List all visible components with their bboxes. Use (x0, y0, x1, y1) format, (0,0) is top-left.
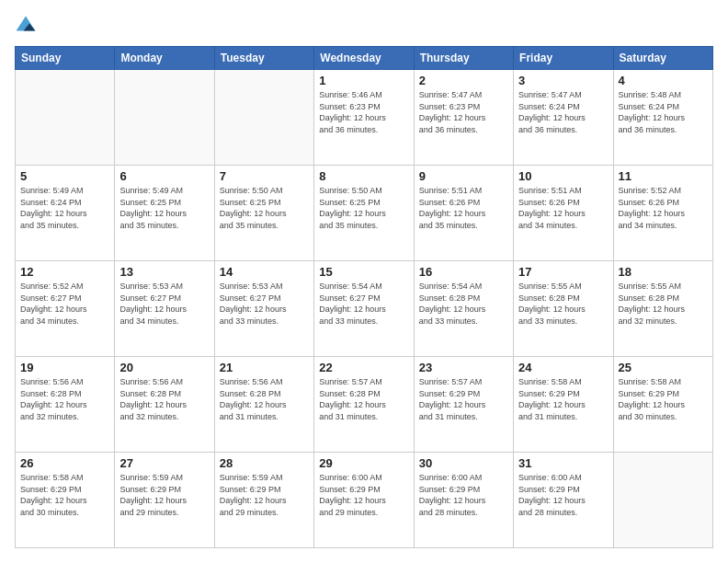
day-info: Sunrise: 5:52 AM Sunset: 6:26 PM Dayligh… (619, 185, 708, 231)
day-number: 4 (619, 74, 708, 87)
calendar-cell: 27Sunrise: 5:59 AM Sunset: 6:29 PM Dayli… (115, 453, 214, 548)
calendar-cell: 8Sunrise: 5:50 AM Sunset: 6:25 PM Daylig… (314, 166, 414, 261)
day-info: Sunrise: 5:54 AM Sunset: 6:27 PM Dayligh… (319, 281, 408, 327)
calendar-table: SundayMondayTuesdayWednesdayThursdayFrid… (15, 46, 713, 548)
calendar-header-thursday: Thursday (414, 47, 513, 70)
calendar-cell: 3Sunrise: 5:47 AM Sunset: 6:24 PM Daylig… (514, 70, 613, 166)
day-number: 24 (518, 361, 608, 374)
day-number: 27 (119, 456, 209, 470)
day-number: 23 (419, 361, 508, 374)
day-number: 9 (419, 169, 508, 183)
day-number: 22 (319, 361, 408, 374)
day-info: Sunrise: 5:47 AM Sunset: 6:23 PM Dayligh… (419, 89, 508, 135)
day-info: Sunrise: 6:00 AM Sunset: 6:29 PM Dayligh… (319, 472, 408, 518)
day-info: Sunrise: 5:50 AM Sunset: 6:25 PM Dayligh… (220, 185, 309, 231)
day-info: Sunrise: 5:55 AM Sunset: 6:28 PM Dayligh… (619, 281, 708, 327)
day-number: 10 (518, 169, 608, 183)
day-number: 21 (220, 361, 309, 374)
logo (15, 15, 40, 37)
day-info: Sunrise: 5:58 AM Sunset: 6:29 PM Dayligh… (518, 376, 608, 422)
day-number: 12 (20, 265, 109, 279)
calendar-cell: 18Sunrise: 5:55 AM Sunset: 6:28 PM Dayli… (613, 261, 712, 357)
calendar-week-2: 12Sunrise: 5:52 AM Sunset: 6:27 PM Dayli… (16, 261, 713, 357)
day-info: Sunrise: 6:00 AM Sunset: 6:29 PM Dayligh… (419, 472, 508, 518)
page: SundayMondayTuesdayWednesdayThursdayFrid… (0, 0, 728, 563)
calendar-cell: 30Sunrise: 6:00 AM Sunset: 6:29 PM Dayli… (414, 453, 513, 548)
day-number: 26 (20, 456, 109, 470)
calendar-header-tuesday: Tuesday (214, 47, 313, 70)
day-number: 31 (518, 456, 608, 470)
calendar-header-wednesday: Wednesday (314, 47, 414, 70)
day-number: 17 (518, 265, 608, 279)
calendar-cell (214, 70, 313, 166)
calendar-header-monday: Monday (115, 47, 214, 70)
day-number: 3 (518, 74, 608, 87)
day-info: Sunrise: 5:48 AM Sunset: 6:24 PM Dayligh… (619, 89, 708, 135)
day-info: Sunrise: 5:50 AM Sunset: 6:25 PM Dayligh… (319, 185, 408, 231)
calendar-cell: 1Sunrise: 5:46 AM Sunset: 6:23 PM Daylig… (314, 70, 414, 166)
calendar-cell: 29Sunrise: 6:00 AM Sunset: 6:29 PM Dayli… (314, 453, 414, 548)
calendar-header-row: SundayMondayTuesdayWednesdayThursdayFrid… (16, 47, 713, 70)
calendar-cell: 24Sunrise: 5:58 AM Sunset: 6:29 PM Dayli… (514, 357, 613, 453)
day-number: 30 (419, 456, 508, 470)
day-number: 20 (119, 361, 209, 374)
calendar-cell: 21Sunrise: 5:56 AM Sunset: 6:28 PM Dayli… (214, 357, 313, 453)
calendar-week-4: 26Sunrise: 5:58 AM Sunset: 6:29 PM Dayli… (16, 453, 713, 548)
day-number: 14 (220, 265, 309, 279)
calendar-cell: 2Sunrise: 5:47 AM Sunset: 6:23 PM Daylig… (414, 70, 513, 166)
calendar-cell: 10Sunrise: 5:51 AM Sunset: 6:26 PM Dayli… (514, 166, 613, 261)
calendar-cell: 11Sunrise: 5:52 AM Sunset: 6:26 PM Dayli… (613, 166, 712, 261)
calendar-cell: 22Sunrise: 5:57 AM Sunset: 6:28 PM Dayli… (314, 357, 414, 453)
header (15, 15, 713, 37)
calendar-cell: 14Sunrise: 5:53 AM Sunset: 6:27 PM Dayli… (214, 261, 313, 357)
calendar-week-1: 5Sunrise: 5:49 AM Sunset: 6:24 PM Daylig… (16, 166, 713, 261)
day-info: Sunrise: 5:56 AM Sunset: 6:28 PM Dayligh… (220, 376, 309, 422)
day-info: Sunrise: 5:57 AM Sunset: 6:29 PM Dayligh… (419, 376, 508, 422)
day-number: 13 (119, 265, 209, 279)
calendar-cell: 31Sunrise: 6:00 AM Sunset: 6:29 PM Dayli… (514, 453, 613, 548)
calendar-cell: 12Sunrise: 5:52 AM Sunset: 6:27 PM Dayli… (16, 261, 115, 357)
calendar-cell (115, 70, 214, 166)
day-info: Sunrise: 5:53 AM Sunset: 6:27 PM Dayligh… (119, 281, 209, 327)
day-info: Sunrise: 5:47 AM Sunset: 6:24 PM Dayligh… (518, 89, 608, 135)
day-info: Sunrise: 5:56 AM Sunset: 6:28 PM Dayligh… (20, 376, 109, 422)
calendar-cell: 16Sunrise: 5:54 AM Sunset: 6:28 PM Dayli… (414, 261, 513, 357)
day-info: Sunrise: 5:53 AM Sunset: 6:27 PM Dayligh… (220, 281, 309, 327)
calendar-cell: 7Sunrise: 5:50 AM Sunset: 6:25 PM Daylig… (214, 166, 313, 261)
calendar-cell: 28Sunrise: 5:59 AM Sunset: 6:29 PM Dayli… (214, 453, 313, 548)
day-number: 6 (119, 169, 209, 183)
day-info: Sunrise: 5:49 AM Sunset: 6:25 PM Dayligh… (119, 185, 209, 231)
day-number: 28 (220, 456, 309, 470)
calendar-cell: 4Sunrise: 5:48 AM Sunset: 6:24 PM Daylig… (613, 70, 712, 166)
calendar-cell: 6Sunrise: 5:49 AM Sunset: 6:25 PM Daylig… (115, 166, 214, 261)
calendar-week-0: 1Sunrise: 5:46 AM Sunset: 6:23 PM Daylig… (16, 70, 713, 166)
day-number: 25 (619, 361, 708, 374)
day-info: Sunrise: 5:55 AM Sunset: 6:28 PM Dayligh… (518, 281, 608, 327)
calendar-cell: 15Sunrise: 5:54 AM Sunset: 6:27 PM Dayli… (314, 261, 414, 357)
calendar-cell: 26Sunrise: 5:58 AM Sunset: 6:29 PM Dayli… (16, 453, 115, 548)
calendar-header-friday: Friday (514, 47, 613, 70)
day-info: Sunrise: 5:54 AM Sunset: 6:28 PM Dayligh… (419, 281, 508, 327)
day-number: 8 (319, 169, 408, 183)
day-info: Sunrise: 5:59 AM Sunset: 6:29 PM Dayligh… (119, 472, 209, 518)
calendar-cell: 13Sunrise: 5:53 AM Sunset: 6:27 PM Dayli… (115, 261, 214, 357)
calendar-header-sunday: Sunday (16, 47, 115, 70)
day-number: 15 (319, 265, 408, 279)
day-info: Sunrise: 5:49 AM Sunset: 6:24 PM Dayligh… (20, 185, 109, 231)
day-number: 5 (20, 169, 109, 183)
calendar-cell: 5Sunrise: 5:49 AM Sunset: 6:24 PM Daylig… (16, 166, 115, 261)
day-info: Sunrise: 6:00 AM Sunset: 6:29 PM Dayligh… (518, 472, 608, 518)
day-number: 19 (20, 361, 109, 374)
calendar-cell: 9Sunrise: 5:51 AM Sunset: 6:26 PM Daylig… (414, 166, 513, 261)
day-info: Sunrise: 5:56 AM Sunset: 6:28 PM Dayligh… (119, 376, 209, 422)
day-info: Sunrise: 5:58 AM Sunset: 6:29 PM Dayligh… (619, 376, 708, 422)
calendar-cell (16, 70, 115, 166)
calendar-cell: 23Sunrise: 5:57 AM Sunset: 6:29 PM Dayli… (414, 357, 513, 453)
day-number: 11 (619, 169, 708, 183)
day-info: Sunrise: 5:59 AM Sunset: 6:29 PM Dayligh… (220, 472, 309, 518)
calendar-week-3: 19Sunrise: 5:56 AM Sunset: 6:28 PM Dayli… (16, 357, 713, 453)
calendar-cell: 19Sunrise: 5:56 AM Sunset: 6:28 PM Dayli… (16, 357, 115, 453)
day-info: Sunrise: 5:51 AM Sunset: 6:26 PM Dayligh… (419, 185, 508, 231)
day-number: 16 (419, 265, 508, 279)
calendar-cell (613, 453, 712, 548)
